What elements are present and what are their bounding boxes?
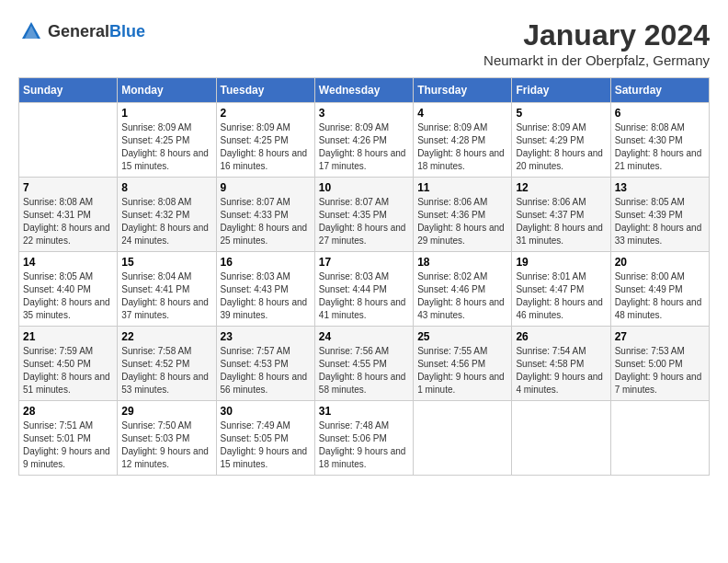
header-monday: Monday bbox=[118, 78, 216, 103]
day-cell: 25Sunrise: 7:55 AM Sunset: 4:56 PM Dayli… bbox=[414, 327, 512, 401]
day-info: Sunrise: 7:53 AM Sunset: 5:00 PM Dayligh… bbox=[615, 345, 705, 396]
day-number: 20 bbox=[615, 256, 705, 269]
day-number: 18 bbox=[417, 256, 507, 269]
day-number: 13 bbox=[615, 181, 705, 194]
day-number: 2 bbox=[221, 107, 311, 120]
day-number: 14 bbox=[23, 256, 113, 269]
day-cell: 26Sunrise: 7:54 AM Sunset: 4:58 PM Dayli… bbox=[512, 327, 610, 401]
day-info: Sunrise: 8:07 AM Sunset: 4:35 PM Dayligh… bbox=[319, 196, 409, 247]
day-number: 17 bbox=[319, 256, 409, 269]
logo-icon bbox=[18, 18, 44, 44]
day-number: 31 bbox=[319, 405, 409, 418]
day-cell: 14Sunrise: 8:05 AM Sunset: 4:40 PM Dayli… bbox=[19, 252, 118, 327]
day-info: Sunrise: 8:08 AM Sunset: 4:32 PM Dayligh… bbox=[121, 196, 211, 247]
day-info: Sunrise: 7:54 AM Sunset: 4:58 PM Dayligh… bbox=[516, 345, 606, 396]
day-cell: 21Sunrise: 7:59 AM Sunset: 4:50 PM Dayli… bbox=[19, 327, 118, 401]
day-info: Sunrise: 8:09 AM Sunset: 4:25 PM Dayligh… bbox=[221, 121, 311, 173]
day-number: 26 bbox=[516, 330, 606, 343]
day-info: Sunrise: 8:08 AM Sunset: 4:31 PM Dayligh… bbox=[23, 196, 113, 247]
day-number: 1 bbox=[121, 107, 211, 120]
day-number: 7 bbox=[23, 181, 113, 194]
day-cell: 5Sunrise: 8:09 AM Sunset: 4:29 PM Daylig… bbox=[512, 103, 610, 178]
day-cell: 24Sunrise: 7:56 AM Sunset: 4:55 PM Dayli… bbox=[314, 327, 413, 401]
day-cell: 31Sunrise: 7:48 AM Sunset: 5:06 PM Dayli… bbox=[314, 401, 413, 476]
week-row-4: 21Sunrise: 7:59 AM Sunset: 4:50 PM Dayli… bbox=[19, 327, 710, 401]
day-number: 25 bbox=[417, 330, 507, 343]
day-info: Sunrise: 8:09 AM Sunset: 4:25 PM Dayligh… bbox=[121, 121, 211, 173]
week-row-5: 28Sunrise: 7:51 AM Sunset: 5:01 PM Dayli… bbox=[19, 401, 710, 476]
month-title: January 2024 bbox=[483, 18, 710, 52]
day-number: 30 bbox=[221, 405, 311, 418]
day-number: 16 bbox=[221, 256, 311, 269]
day-number: 19 bbox=[516, 256, 606, 269]
day-cell: 18Sunrise: 8:02 AM Sunset: 4:46 PM Dayli… bbox=[414, 252, 512, 327]
day-cell: 12Sunrise: 8:06 AM Sunset: 4:37 PM Dayli… bbox=[512, 178, 610, 252]
day-cell: 16Sunrise: 8:03 AM Sunset: 4:43 PM Dayli… bbox=[216, 252, 314, 327]
day-cell: 4Sunrise: 8:09 AM Sunset: 4:28 PM Daylig… bbox=[414, 103, 512, 178]
day-info: Sunrise: 7:57 AM Sunset: 4:53 PM Dayligh… bbox=[221, 345, 311, 396]
day-number: 24 bbox=[319, 330, 409, 343]
day-number: 29 bbox=[121, 405, 211, 418]
day-cell: 11Sunrise: 8:06 AM Sunset: 4:36 PM Dayli… bbox=[414, 178, 512, 252]
day-number: 23 bbox=[221, 330, 311, 343]
logo: GeneralBlue bbox=[18, 18, 145, 44]
day-cell bbox=[414, 401, 512, 476]
day-info: Sunrise: 7:59 AM Sunset: 4:50 PM Dayligh… bbox=[23, 345, 113, 396]
day-number: 10 bbox=[319, 181, 409, 194]
week-row-3: 14Sunrise: 8:05 AM Sunset: 4:40 PM Dayli… bbox=[19, 252, 710, 327]
day-info: Sunrise: 8:09 AM Sunset: 4:26 PM Dayligh… bbox=[319, 121, 409, 173]
day-info: Sunrise: 8:00 AM Sunset: 4:49 PM Dayligh… bbox=[615, 270, 705, 322]
logo-blue-text: Blue bbox=[109, 22, 145, 40]
day-cell: 23Sunrise: 7:57 AM Sunset: 4:53 PM Dayli… bbox=[216, 327, 314, 401]
week-row-2: 7Sunrise: 8:08 AM Sunset: 4:31 PM Daylig… bbox=[19, 178, 710, 252]
day-number: 12 bbox=[516, 181, 606, 194]
day-cell: 3Sunrise: 8:09 AM Sunset: 4:26 PM Daylig… bbox=[314, 103, 413, 178]
day-cell: 29Sunrise: 7:50 AM Sunset: 5:03 PM Dayli… bbox=[118, 401, 216, 476]
day-cell: 9Sunrise: 8:07 AM Sunset: 4:33 PM Daylig… bbox=[216, 178, 314, 252]
day-cell bbox=[610, 401, 709, 476]
day-cell: 7Sunrise: 8:08 AM Sunset: 4:31 PM Daylig… bbox=[19, 178, 118, 252]
day-cell: 13Sunrise: 8:05 AM Sunset: 4:39 PM Dayli… bbox=[610, 178, 709, 252]
day-info: Sunrise: 8:05 AM Sunset: 4:40 PM Dayligh… bbox=[23, 270, 113, 322]
day-info: Sunrise: 7:48 AM Sunset: 5:06 PM Dayligh… bbox=[319, 419, 409, 471]
calendar-header-row: SundayMondayTuesdayWednesdayThursdayFrid… bbox=[19, 78, 710, 103]
day-number: 15 bbox=[121, 256, 211, 269]
day-cell: 27Sunrise: 7:53 AM Sunset: 5:00 PM Dayli… bbox=[610, 327, 709, 401]
title-block: January 2024 Neumarkt in der Oberpfalz, … bbox=[483, 18, 710, 68]
day-number: 3 bbox=[319, 107, 409, 120]
day-info: Sunrise: 8:04 AM Sunset: 4:41 PM Dayligh… bbox=[121, 270, 211, 322]
day-number: 21 bbox=[23, 330, 113, 343]
week-row-1: 1Sunrise: 8:09 AM Sunset: 4:25 PM Daylig… bbox=[19, 103, 710, 178]
day-info: Sunrise: 8:09 AM Sunset: 4:29 PM Dayligh… bbox=[516, 121, 606, 173]
day-cell: 30Sunrise: 7:49 AM Sunset: 5:05 PM Dayli… bbox=[216, 401, 314, 476]
day-number: 6 bbox=[615, 107, 705, 120]
calendar-table: SundayMondayTuesdayWednesdayThursdayFrid… bbox=[18, 77, 710, 476]
header-wednesday: Wednesday bbox=[314, 78, 413, 103]
day-info: Sunrise: 7:49 AM Sunset: 5:05 PM Dayligh… bbox=[221, 419, 311, 471]
day-info: Sunrise: 7:58 AM Sunset: 4:52 PM Dayligh… bbox=[121, 345, 211, 396]
day-number: 27 bbox=[615, 330, 705, 343]
day-number: 5 bbox=[516, 107, 606, 120]
page-header: GeneralBlue January 2024 Neumarkt in der… bbox=[18, 18, 710, 68]
day-info: Sunrise: 8:03 AM Sunset: 4:44 PM Dayligh… bbox=[319, 270, 409, 322]
day-info: Sunrise: 8:05 AM Sunset: 4:39 PM Dayligh… bbox=[615, 196, 705, 247]
day-number: 22 bbox=[121, 330, 211, 343]
day-number: 9 bbox=[221, 181, 311, 194]
day-number: 11 bbox=[417, 181, 507, 194]
day-info: Sunrise: 7:55 AM Sunset: 4:56 PM Dayligh… bbox=[417, 345, 507, 396]
day-info: Sunrise: 8:06 AM Sunset: 4:37 PM Dayligh… bbox=[516, 196, 606, 247]
day-cell: 17Sunrise: 8:03 AM Sunset: 4:44 PM Dayli… bbox=[314, 252, 413, 327]
day-cell: 2Sunrise: 8:09 AM Sunset: 4:25 PM Daylig… bbox=[216, 103, 314, 178]
day-info: Sunrise: 8:08 AM Sunset: 4:30 PM Dayligh… bbox=[615, 121, 705, 173]
day-cell: 20Sunrise: 8:00 AM Sunset: 4:49 PM Dayli… bbox=[610, 252, 709, 327]
day-info: Sunrise: 8:09 AM Sunset: 4:28 PM Dayligh… bbox=[417, 121, 507, 173]
day-info: Sunrise: 7:51 AM Sunset: 5:01 PM Dayligh… bbox=[23, 419, 113, 471]
day-cell: 19Sunrise: 8:01 AM Sunset: 4:47 PM Dayli… bbox=[512, 252, 610, 327]
header-tuesday: Tuesday bbox=[216, 78, 314, 103]
day-info: Sunrise: 8:02 AM Sunset: 4:46 PM Dayligh… bbox=[417, 270, 507, 322]
header-saturday: Saturday bbox=[610, 78, 709, 103]
day-cell: 8Sunrise: 8:08 AM Sunset: 4:32 PM Daylig… bbox=[118, 178, 216, 252]
day-cell: 22Sunrise: 7:58 AM Sunset: 4:52 PM Dayli… bbox=[118, 327, 216, 401]
day-info: Sunrise: 8:01 AM Sunset: 4:47 PM Dayligh… bbox=[516, 270, 606, 322]
day-info: Sunrise: 8:06 AM Sunset: 4:36 PM Dayligh… bbox=[417, 196, 507, 247]
